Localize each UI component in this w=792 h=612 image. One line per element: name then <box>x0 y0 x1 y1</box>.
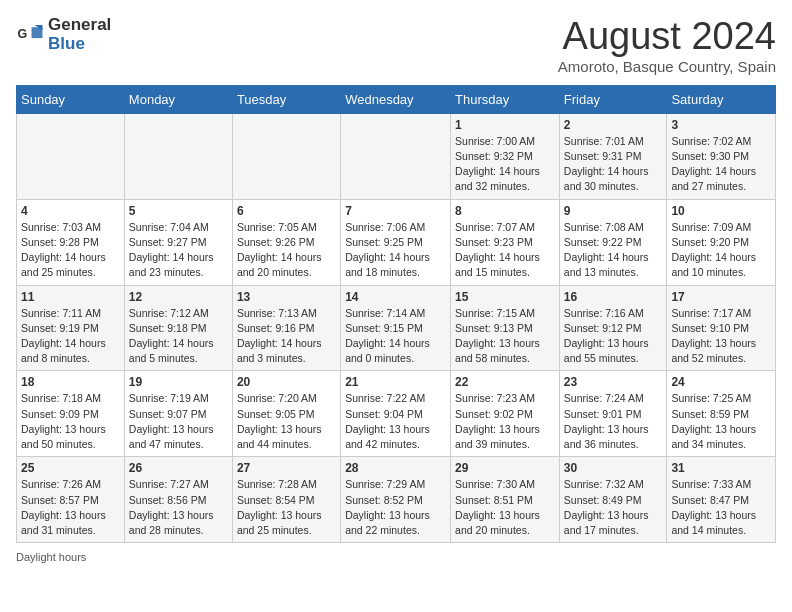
svg-text:G: G <box>18 27 28 41</box>
day-number: 7 <box>345 204 446 218</box>
week-row-3: 11Sunrise: 7:11 AM Sunset: 9:19 PM Dayli… <box>17 285 776 371</box>
calendar-cell <box>232 113 340 199</box>
calendar-cell: 3Sunrise: 7:02 AM Sunset: 9:30 PM Daylig… <box>667 113 776 199</box>
calendar-cell: 19Sunrise: 7:19 AM Sunset: 9:07 PM Dayli… <box>124 371 232 457</box>
day-info: Sunrise: 7:15 AM Sunset: 9:13 PM Dayligh… <box>455 306 555 367</box>
day-info: Sunrise: 7:32 AM Sunset: 8:49 PM Dayligh… <box>564 477 663 538</box>
day-info: Sunrise: 7:16 AM Sunset: 9:12 PM Dayligh… <box>564 306 663 367</box>
week-row-4: 18Sunrise: 7:18 AM Sunset: 9:09 PM Dayli… <box>17 371 776 457</box>
day-number: 1 <box>455 118 555 132</box>
day-number: 11 <box>21 290 120 304</box>
calendar-cell: 23Sunrise: 7:24 AM Sunset: 9:01 PM Dayli… <box>559 371 667 457</box>
header-cell-sunday: Sunday <box>17 85 125 113</box>
calendar-cell: 31Sunrise: 7:33 AM Sunset: 8:47 PM Dayli… <box>667 457 776 543</box>
calendar-cell: 22Sunrise: 7:23 AM Sunset: 9:02 PM Dayli… <box>451 371 560 457</box>
calendar-cell: 29Sunrise: 7:30 AM Sunset: 8:51 PM Dayli… <box>451 457 560 543</box>
day-number: 24 <box>671 375 771 389</box>
day-number: 23 <box>564 375 663 389</box>
calendar-cell <box>341 113 451 199</box>
day-number: 28 <box>345 461 446 475</box>
calendar-header: SundayMondayTuesdayWednesdayThursdayFrid… <box>17 85 776 113</box>
calendar-cell: 6Sunrise: 7:05 AM Sunset: 9:26 PM Daylig… <box>232 199 340 285</box>
header-row: SundayMondayTuesdayWednesdayThursdayFrid… <box>17 85 776 113</box>
calendar-cell: 2Sunrise: 7:01 AM Sunset: 9:31 PM Daylig… <box>559 113 667 199</box>
day-info: Sunrise: 7:19 AM Sunset: 9:07 PM Dayligh… <box>129 391 228 452</box>
day-info: Sunrise: 7:33 AM Sunset: 8:47 PM Dayligh… <box>671 477 771 538</box>
day-info: Sunrise: 7:23 AM Sunset: 9:02 PM Dayligh… <box>455 391 555 452</box>
day-number: 12 <box>129 290 228 304</box>
day-info: Sunrise: 7:18 AM Sunset: 9:09 PM Dayligh… <box>21 391 120 452</box>
day-number: 6 <box>237 204 336 218</box>
calendar-cell: 11Sunrise: 7:11 AM Sunset: 9:19 PM Dayli… <box>17 285 125 371</box>
day-number: 8 <box>455 204 555 218</box>
day-number: 5 <box>129 204 228 218</box>
day-number: 19 <box>129 375 228 389</box>
calendar-cell: 16Sunrise: 7:16 AM Sunset: 9:12 PM Dayli… <box>559 285 667 371</box>
calendar-cell <box>124 113 232 199</box>
calendar-cell: 14Sunrise: 7:14 AM Sunset: 9:15 PM Dayli… <box>341 285 451 371</box>
day-number: 17 <box>671 290 771 304</box>
calendar-cell: 1Sunrise: 7:00 AM Sunset: 9:32 PM Daylig… <box>451 113 560 199</box>
title-area: August 2024 Amoroto, Basque Country, Spa… <box>558 16 776 75</box>
header-cell-monday: Monday <box>124 85 232 113</box>
day-info: Sunrise: 7:01 AM Sunset: 9:31 PM Dayligh… <box>564 134 663 195</box>
day-info: Sunrise: 7:20 AM Sunset: 9:05 PM Dayligh… <box>237 391 336 452</box>
day-number: 9 <box>564 204 663 218</box>
day-info: Sunrise: 7:14 AM Sunset: 9:15 PM Dayligh… <box>345 306 446 367</box>
day-info: Sunrise: 7:29 AM Sunset: 8:52 PM Dayligh… <box>345 477 446 538</box>
day-info: Sunrise: 7:30 AM Sunset: 8:51 PM Dayligh… <box>455 477 555 538</box>
day-info: Sunrise: 7:28 AM Sunset: 8:54 PM Dayligh… <box>237 477 336 538</box>
day-info: Sunrise: 7:05 AM Sunset: 9:26 PM Dayligh… <box>237 220 336 281</box>
week-row-2: 4Sunrise: 7:03 AM Sunset: 9:28 PM Daylig… <box>17 199 776 285</box>
day-info: Sunrise: 7:12 AM Sunset: 9:18 PM Dayligh… <box>129 306 228 367</box>
day-info: Sunrise: 7:11 AM Sunset: 9:19 PM Dayligh… <box>21 306 120 367</box>
day-number: 26 <box>129 461 228 475</box>
calendar-cell: 5Sunrise: 7:04 AM Sunset: 9:27 PM Daylig… <box>124 199 232 285</box>
day-number: 21 <box>345 375 446 389</box>
day-number: 15 <box>455 290 555 304</box>
calendar-cell: 26Sunrise: 7:27 AM Sunset: 8:56 PM Dayli… <box>124 457 232 543</box>
day-number: 22 <box>455 375 555 389</box>
header: G General Blue August 2024 Amoroto, Basq… <box>16 16 776 75</box>
week-row-1: 1Sunrise: 7:00 AM Sunset: 9:32 PM Daylig… <box>17 113 776 199</box>
calendar-cell <box>17 113 125 199</box>
day-info: Sunrise: 7:02 AM Sunset: 9:30 PM Dayligh… <box>671 134 771 195</box>
day-number: 30 <box>564 461 663 475</box>
day-number: 20 <box>237 375 336 389</box>
calendar-cell: 24Sunrise: 7:25 AM Sunset: 8:59 PM Dayli… <box>667 371 776 457</box>
footer: Daylight hours <box>16 551 776 563</box>
subtitle: Amoroto, Basque Country, Spain <box>558 58 776 75</box>
header-cell-saturday: Saturday <box>667 85 776 113</box>
calendar-cell: 17Sunrise: 7:17 AM Sunset: 9:10 PM Dayli… <box>667 285 776 371</box>
day-number: 13 <box>237 290 336 304</box>
day-number: 31 <box>671 461 771 475</box>
day-info: Sunrise: 7:06 AM Sunset: 9:25 PM Dayligh… <box>345 220 446 281</box>
main-title: August 2024 <box>558 16 776 58</box>
day-info: Sunrise: 7:22 AM Sunset: 9:04 PM Dayligh… <box>345 391 446 452</box>
logo-blue-text: Blue <box>48 35 111 54</box>
day-info: Sunrise: 7:17 AM Sunset: 9:10 PM Dayligh… <box>671 306 771 367</box>
day-number: 10 <box>671 204 771 218</box>
calendar-cell: 20Sunrise: 7:20 AM Sunset: 9:05 PM Dayli… <box>232 371 340 457</box>
day-info: Sunrise: 7:08 AM Sunset: 9:22 PM Dayligh… <box>564 220 663 281</box>
day-number: 18 <box>21 375 120 389</box>
day-number: 16 <box>564 290 663 304</box>
day-info: Sunrise: 7:07 AM Sunset: 9:23 PM Dayligh… <box>455 220 555 281</box>
calendar-cell: 7Sunrise: 7:06 AM Sunset: 9:25 PM Daylig… <box>341 199 451 285</box>
calendar-cell: 27Sunrise: 7:28 AM Sunset: 8:54 PM Dayli… <box>232 457 340 543</box>
day-info: Sunrise: 7:04 AM Sunset: 9:27 PM Dayligh… <box>129 220 228 281</box>
week-row-5: 25Sunrise: 7:26 AM Sunset: 8:57 PM Dayli… <box>17 457 776 543</box>
logo-text: General Blue <box>48 16 111 53</box>
day-number: 3 <box>671 118 771 132</box>
calendar-cell: 15Sunrise: 7:15 AM Sunset: 9:13 PM Dayli… <box>451 285 560 371</box>
calendar-cell: 28Sunrise: 7:29 AM Sunset: 8:52 PM Dayli… <box>341 457 451 543</box>
day-number: 27 <box>237 461 336 475</box>
daylight-label: Daylight hours <box>16 551 86 563</box>
calendar-cell: 21Sunrise: 7:22 AM Sunset: 9:04 PM Dayli… <box>341 371 451 457</box>
calendar-body: 1Sunrise: 7:00 AM Sunset: 9:32 PM Daylig… <box>17 113 776 542</box>
day-info: Sunrise: 7:03 AM Sunset: 9:28 PM Dayligh… <box>21 220 120 281</box>
day-info: Sunrise: 7:00 AM Sunset: 9:32 PM Dayligh… <box>455 134 555 195</box>
day-info: Sunrise: 7:26 AM Sunset: 8:57 PM Dayligh… <box>21 477 120 538</box>
day-number: 29 <box>455 461 555 475</box>
day-number: 25 <box>21 461 120 475</box>
